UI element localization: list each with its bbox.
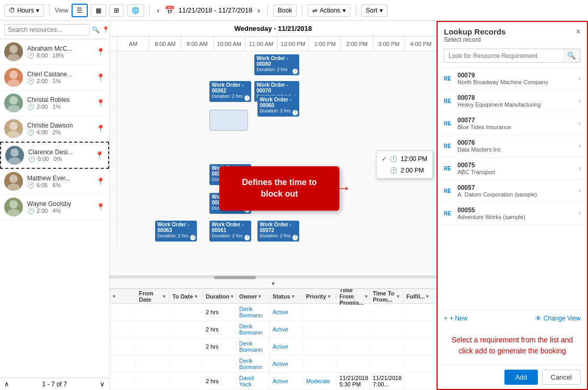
lookup-list-item[interactable]: RE 00078 Heavy Equipment Manufacturing › — [438, 90, 587, 112]
cell-link[interactable]: Active — [273, 378, 288, 384]
sort-icon[interactable]: ▾ — [113, 294, 115, 299]
scroll-down-indicator[interactable]: ▼ — [110, 279, 437, 288]
cell-link[interactable]: Active — [273, 343, 288, 350]
next-btn[interactable]: › — [255, 4, 262, 17]
time-col: AM — [117, 37, 149, 51]
row-select[interactable] — [110, 379, 136, 383]
grid-cell-owner[interactable]: Derik Bormann — [236, 355, 269, 372]
resource-item[interactable]: Clarence Desi... 🕐 0:00 0% 📍 — [0, 142, 109, 169]
grid-cell-owner[interactable]: Derik Bormann — [236, 338, 269, 355]
resource-item[interactable]: Christie Dawson 🕐 4:00 2% 📍 — [0, 116, 109, 142]
lookup-change-view-btn[interactable]: 👁 Change View — [535, 315, 581, 322]
grid-cell-status[interactable]: Active — [269, 359, 303, 369]
globe-view-btn[interactable]: 🌐 — [127, 4, 144, 17]
resource-item[interactable]: Wayne Goolsby 🕐 2:00 4% 📍 — [0, 194, 109, 220]
sort-arrow-icon[interactable]: ▾ — [231, 294, 233, 299]
time-col: 3:00 PM — [373, 37, 405, 51]
grid-cell-from-date — [136, 327, 169, 331]
calendar-event[interactable] — [209, 110, 248, 131]
hours-dropdown[interactable]: ⏱ Hours ▾ — [4, 4, 44, 17]
search-icon[interactable]: 🔍 — [92, 26, 100, 33]
calendar-event[interactable]: Work Order - 00063Duration: 2 hrs 🕐 — [155, 221, 197, 242]
cell-link[interactable]: Derik Bormann — [239, 306, 263, 318]
row-select[interactable] — [110, 310, 136, 314]
search-input[interactable] — [4, 24, 90, 36]
resource-item[interactable]: Christal Robles 🕐 2:00 1% 📍 — [0, 90, 109, 116]
lookup-list-item[interactable]: RE 00055 Adventure Works (sample) › — [438, 202, 587, 225]
sort-arrow-icon[interactable]: ▾ — [426, 294, 429, 299]
prev-btn[interactable]: ‹ — [155, 4, 162, 17]
calendar-event[interactable]: Work Order - 00061Duration: 2 hrs 🕐 — [209, 221, 251, 242]
lookup-new-btn[interactable]: + + New — [444, 315, 467, 322]
grid-cell-owner[interactable]: Derik Bormann — [236, 321, 269, 338]
grid-cell-status[interactable]: Active — [269, 376, 303, 386]
time-popup[interactable]: ✓ 🕛 12:00 PM ✓ 🕑 2:00 PM — [376, 151, 433, 179]
row-select[interactable] — [110, 345, 136, 349]
calendar-event[interactable]: Work Order - 00062Duration: 2 hrs 🕐 — [209, 81, 251, 102]
lookup-list-item[interactable]: RE 00075 ABC Transport › — [438, 157, 587, 180]
resource-item[interactable]: Abraham McC... 🕐 8:00 18% 📍 — [0, 39, 109, 65]
row-content[interactable]: Work Order - 00062Duration: 2 hrs 🕐Work … — [117, 79, 437, 106]
grid-cell-priority[interactable] — [303, 310, 336, 314]
row-select[interactable] — [110, 362, 136, 366]
row-content[interactable]: Work Order - 00080Duration: 2 hrs 🕐 — [117, 51, 437, 78]
cancel-btn[interactable]: Cancel — [542, 370, 581, 385]
grid-cell-status[interactable]: Active — [269, 324, 303, 335]
lookup-close-btn[interactable]: × — [576, 27, 581, 37]
grid-cell-priority[interactable] — [303, 345, 336, 349]
sort-arrow-icon[interactable]: ▾ — [365, 294, 368, 299]
cell-link[interactable]: Active — [273, 361, 288, 367]
cell-link[interactable]: Derik Bormann — [239, 358, 263, 370]
cell-link[interactable]: Active — [273, 309, 288, 315]
sort-arrow-icon[interactable]: ▾ — [397, 294, 399, 299]
lookup-search[interactable]: 🔍 — [444, 49, 581, 63]
grid-cell-priority[interactable]: Moderate — [303, 376, 336, 386]
add-btn[interactable]: Add — [504, 370, 537, 385]
grid-cell-owner[interactable]: Derik Bormann — [236, 304, 269, 320]
grid-cell-status[interactable]: Active — [269, 307, 303, 317]
item-num: 00076 — [457, 139, 575, 146]
item-num: 00079 — [457, 72, 575, 79]
lookup-list-item[interactable]: RE 00077 Blue Tides Insurance › — [438, 112, 587, 135]
lookup-list-item[interactable]: RE 00057 A. Datum Corporation (sample) › — [438, 180, 587, 202]
list-view-btn[interactable]: ☰ — [72, 4, 88, 17]
item-badge: RE — [444, 76, 454, 82]
grid-cell-status[interactable]: Active — [269, 341, 303, 352]
row-select[interactable] — [110, 327, 136, 331]
grid-cell-owner[interactable]: David Yack — [236, 373, 269, 389]
grid-cell-priority[interactable] — [303, 362, 336, 366]
book-btn[interactable]: Book — [273, 4, 297, 17]
item-info: 00079 North Broadway Machine Company — [457, 72, 575, 85]
resource-item[interactable]: Matthew Ever... 🕐 6:05 6% 📍 — [0, 169, 109, 194]
cell-link[interactable]: Derik Bormann — [239, 340, 263, 353]
calendar-event[interactable]: Work Order - 00072Duration: 2 hrs 🕐 — [257, 221, 299, 242]
time-popup-item-1[interactable]: ✓ 🕛 12:00 PM — [377, 153, 432, 165]
sort-arrow-icon[interactable]: ▾ — [328, 294, 331, 299]
cell-link[interactable]: Active — [273, 326, 288, 332]
sort-arrow-icon[interactable]: ▾ — [292, 294, 295, 299]
cell-link[interactable]: David Yack — [239, 375, 254, 387]
sort-arrow-icon[interactable]: ▾ — [163, 294, 166, 299]
expand-down-btn[interactable]: ∨ — [100, 380, 105, 388]
lookup-list-item[interactable]: RE 00079 North Broadway Machine Company … — [438, 67, 587, 90]
row-content[interactable] — [117, 107, 437, 134]
resource-item[interactable]: Cheri Castane... 🕐 2:00 1% 📍 — [0, 65, 109, 90]
sort-arrow-icon[interactable]: ▾ — [195, 294, 197, 299]
actions-btn[interactable]: ⇌ Actions ▾ — [308, 4, 350, 17]
lookup-list-item[interactable]: RE 00076 Data Masters Inc › — [438, 135, 587, 157]
lookup-search-input[interactable] — [444, 50, 563, 62]
time-popup-item-2[interactable]: ✓ 🕑 2:00 PM — [377, 165, 432, 176]
bar-view-btn[interactable]: ▦ — [91, 4, 106, 17]
row-content[interactable]: Work Order - 00063Duration: 2 hrs 🕐Work … — [117, 217, 437, 245]
sort-arrow-icon[interactable]: ▾ — [258, 294, 261, 299]
expand-up-btn[interactable]: ∧ — [4, 380, 9, 388]
cell-link[interactable]: Moderate — [306, 378, 330, 384]
grid-cell-priority[interactable] — [303, 327, 336, 331]
calendar-event[interactable]: Work Order - 00080Duration: 2 hrs 🕐 — [254, 54, 299, 75]
grid-view-btn[interactable]: ⊞ — [109, 4, 124, 17]
sort-btn[interactable]: Sort ▾ — [361, 4, 387, 17]
cell-link[interactable]: Derik Bormann — [239, 323, 263, 336]
pagination-bar: ∧ 1 - 7 of 7 ∨ — [0, 377, 109, 390]
grid-cell-time-to-promise — [370, 310, 403, 314]
lookup-search-btn[interactable]: 🔍 — [563, 49, 580, 62]
